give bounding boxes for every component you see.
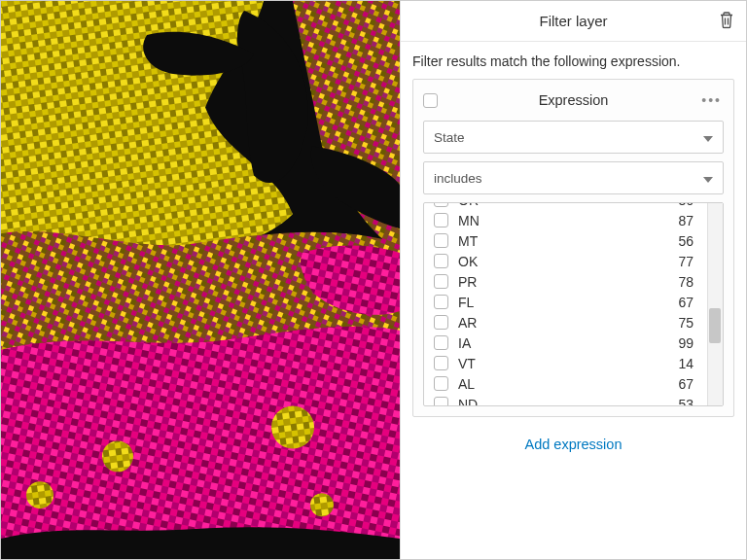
svg-point-17: [26, 481, 53, 508]
expression-card: Expression ••• State includes OR3: [412, 79, 734, 417]
option-count: 14: [678, 356, 697, 371]
expression-header: Expression •••: [423, 89, 724, 111]
list-item[interactable]: FL67: [424, 292, 707, 312]
trash-icon[interactable]: [719, 11, 734, 31]
option-count: 99: [678, 335, 697, 351]
list-item[interactable]: AL67: [424, 373, 707, 394]
expression-card-wrap: Expression ••• State includes OR3: [401, 79, 746, 417]
svg-point-15: [271, 406, 314, 449]
option-checkbox[interactable]: [434, 315, 448, 330]
list-item[interactable]: MT56: [424, 230, 707, 251]
option-code: MN: [458, 213, 480, 228]
app-root: Filter layer Filter results match the fo…: [0, 0, 747, 560]
option-checkbox[interactable]: [434, 202, 448, 207]
option-checkbox[interactable]: [434, 356, 448, 370]
option-count: 56: [678, 233, 697, 249]
option-count: 53: [678, 397, 697, 407]
option-code: OK: [458, 254, 478, 269]
option-checkbox[interactable]: [434, 233, 448, 248]
option-code: IA: [458, 335, 471, 351]
expression-toggle-checkbox[interactable]: [423, 93, 438, 108]
list-item[interactable]: MN87: [424, 210, 707, 230]
option-checkbox[interactable]: [434, 376, 448, 391]
option-checkbox[interactable]: [434, 335, 448, 350]
option-count: 67: [678, 376, 697, 392]
option-code: AL: [458, 376, 475, 392]
option-code: FL: [458, 295, 474, 310]
add-expression-button[interactable]: Add expression: [401, 417, 746, 472]
list-item[interactable]: IA99: [424, 332, 707, 353]
option-code: PR: [458, 274, 477, 290]
chevron-down-icon: [703, 130, 713, 145]
filter-panel: Filter layer Filter results match the fo…: [400, 1, 746, 559]
option-checkbox[interactable]: [434, 295, 448, 309]
option-code: MT: [458, 233, 478, 249]
option-count: 75: [678, 315, 697, 331]
list-item[interactable]: OK77: [424, 251, 707, 271]
list-item[interactable]: AR75: [424, 312, 707, 332]
option-checkbox[interactable]: [434, 254, 448, 268]
option-count: 67: [678, 295, 697, 310]
field-select[interactable]: State: [423, 121, 724, 154]
list-item[interactable]: OR36: [424, 202, 707, 210]
option-count: 78: [678, 274, 697, 290]
option-code: AR: [458, 315, 477, 331]
chevron-down-icon: [703, 171, 713, 186]
scrollbar-thumb[interactable]: [709, 308, 721, 343]
list-item[interactable]: ND53: [424, 394, 707, 406]
option-code: OR: [458, 202, 479, 208]
scrollbar-track[interactable]: [707, 203, 723, 405]
svg-point-16: [102, 440, 133, 472]
option-count: 36: [678, 202, 697, 208]
option-checkbox[interactable]: [434, 274, 448, 289]
option-count: 77: [678, 254, 697, 269]
list-item[interactable]: VT14: [424, 353, 707, 373]
operator-select-value: includes: [434, 171, 482, 186]
field-select-value: State: [434, 130, 465, 145]
option-count: 87: [678, 213, 697, 228]
option-code: ND: [458, 397, 478, 407]
list-item[interactable]: PR78: [424, 271, 707, 292]
map-view[interactable]: [1, 1, 400, 559]
panel-header: Filter layer: [401, 1, 746, 42]
panel-title: Filter layer: [539, 13, 607, 29]
operator-select[interactable]: includes: [423, 161, 724, 194]
option-checkbox[interactable]: [434, 213, 448, 228]
svg-point-18: [310, 493, 334, 516]
option-checkbox[interactable]: [434, 397, 448, 406]
values-list[interactable]: OR36MN87MT56OK77PR78FL67AR75IA99VT14AL67…: [423, 202, 724, 406]
expression-label: Expression: [423, 92, 724, 108]
filter-subtext: Filter results match the following expre…: [401, 42, 746, 79]
option-code: VT: [458, 356, 476, 371]
map-svg: [1, 1, 400, 559]
